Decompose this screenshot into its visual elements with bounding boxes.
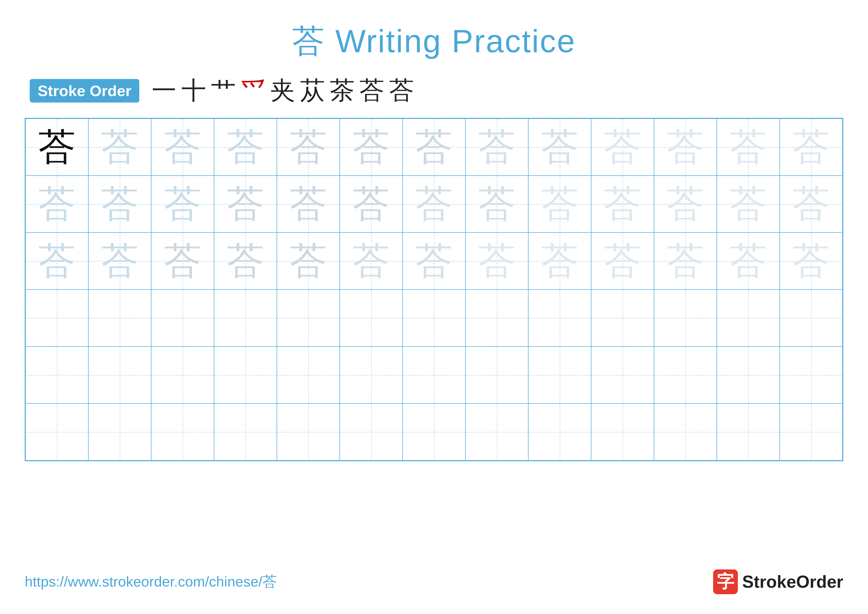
char-light: 荅	[290, 127, 327, 168]
grid-row-4	[25, 289, 843, 347]
grid-cell-empty	[25, 347, 88, 404]
page: 荅 Writing Practice Stroke Order 一 十 艹 爫 …	[0, 0, 868, 614]
grid-cell-empty	[277, 289, 340, 347]
grid-cell-empty	[151, 347, 214, 404]
footer-brand: 字 StrokeOrder	[713, 569, 843, 594]
stroke-4: 爫	[241, 78, 265, 103]
grid-cell-empty	[528, 347, 591, 404]
grid-cell: 荅	[591, 176, 654, 233]
char-light: 荅	[101, 241, 138, 281]
char-light: 荅	[604, 127, 641, 168]
grid-cell-empty	[88, 404, 151, 460]
char-light: 荅	[730, 183, 767, 225]
grid-cell-empty	[25, 404, 88, 460]
char-light: 荅	[478, 127, 515, 168]
grid-cell: 荅	[780, 233, 843, 289]
char-light: 荅	[730, 127, 767, 168]
grid-cell-empty	[591, 347, 654, 404]
grid-cell: 荅	[403, 119, 465, 176]
grid-cell-empty	[88, 289, 151, 347]
char-light: 荅	[478, 241, 515, 281]
grid-cell: 荅	[780, 176, 843, 233]
grid-cell-empty	[654, 404, 717, 460]
grid-cell-empty	[340, 404, 403, 460]
stroke-3: 艹	[211, 78, 236, 103]
stroke-order-badge: Stroke Order	[30, 79, 139, 103]
grid-cell-empty	[340, 347, 403, 404]
grid-cell: 荅	[465, 119, 528, 176]
grid-cell-empty	[780, 347, 843, 404]
title-chinese-char: 荅	[292, 23, 326, 59]
char-light: 荅	[415, 183, 453, 225]
grid-cell-empty	[654, 347, 717, 404]
stroke-2: 十	[181, 78, 206, 103]
char-light: 荅	[541, 183, 578, 225]
grid-cell: 荅	[151, 119, 214, 176]
char-dark: 荅	[38, 127, 76, 168]
char-light: 荅	[792, 183, 830, 225]
footer-url[interactable]: https://www.strokeorder.com/chinese/荅	[25, 572, 277, 591]
grid-cell: 荅	[780, 119, 843, 176]
grid-cell: 荅	[151, 233, 214, 289]
char-light: 荅	[415, 241, 453, 281]
grid-cell-empty	[717, 347, 780, 404]
char-light: 荅	[541, 241, 578, 281]
grid-cell: 荅	[717, 119, 780, 176]
grid-cell-empty	[591, 404, 654, 460]
grid-cell: 荅	[591, 119, 654, 176]
char-light: 荅	[101, 183, 138, 225]
grid-cell-empty	[654, 289, 717, 347]
char-light: 荅	[101, 127, 138, 168]
grid-cell: 荅	[25, 176, 88, 233]
stroke-9: 荅	[389, 78, 414, 103]
grid-cell-empty	[214, 347, 277, 404]
grid-cell: 荅	[340, 176, 403, 233]
grid-cell: 荅	[340, 119, 403, 176]
char-light: 荅	[730, 241, 767, 281]
grid-cell: 荅	[214, 119, 277, 176]
char-light: 荅	[667, 183, 704, 225]
grid-cell: 荅	[25, 119, 88, 176]
grid-cell: 荅	[151, 176, 214, 233]
grid-cell-empty	[214, 289, 277, 347]
char-light: 荅	[353, 241, 390, 281]
grid-cell-empty	[151, 404, 214, 460]
footer: https://www.strokeorder.com/chinese/荅 字 …	[25, 569, 843, 594]
grid-cell: 荅	[214, 176, 277, 233]
title-text: Writing Practice	[335, 23, 576, 59]
grid-cell-empty	[465, 289, 528, 347]
grid-row-5	[25, 347, 843, 404]
grid-row-3: 荅 荅 荅 荅 荅 荅 荅 荅 荅 荅 荅 荅 荅	[25, 233, 843, 289]
grid-cell: 荅	[88, 233, 151, 289]
char-light: 荅	[353, 127, 390, 168]
grid-cell: 荅	[214, 233, 277, 289]
char-light: 荅	[667, 241, 704, 281]
grid-cell-empty	[403, 347, 465, 404]
grid-cell: 荅	[717, 233, 780, 289]
char-light: 荅	[38, 183, 76, 225]
char-light: 荅	[792, 127, 830, 168]
stroke-order-row: Stroke Order 一 十 艹 爫 夹 苁 茶 荅 荅	[25, 78, 843, 103]
grid-cell: 荅	[528, 119, 591, 176]
grid-cell-empty	[277, 347, 340, 404]
grid-table: 荅 荅 荅 荅 荅 荅 荅 荅 荅 荅 荅 荅 荅 荅 荅 荅 荅 荅	[25, 118, 843, 461]
char-light: 荅	[164, 241, 201, 281]
char-light: 荅	[353, 183, 390, 225]
char-light: 荅	[164, 127, 201, 168]
char-light: 荅	[604, 183, 641, 225]
grid-cell: 荅	[465, 233, 528, 289]
grid-cell: 荅	[403, 233, 465, 289]
char-light: 荅	[667, 127, 704, 168]
page-title: 荅 Writing Practice	[292, 20, 576, 64]
practice-grid: 荅 荅 荅 荅 荅 荅 荅 荅 荅 荅 荅 荅 荅 荅 荅 荅 荅 荅	[25, 118, 843, 461]
grid-cell: 荅	[528, 233, 591, 289]
grid-row-1: 荅 荅 荅 荅 荅 荅 荅 荅 荅 荅 荅 荅 荅	[25, 119, 843, 176]
grid-cell: 荅	[654, 176, 717, 233]
stroke-7: 茶	[330, 78, 355, 103]
grid-cell: 荅	[403, 176, 465, 233]
char-light: 荅	[478, 183, 515, 225]
grid-cell-empty	[465, 347, 528, 404]
char-light: 荅	[604, 241, 641, 281]
grid-cell: 荅	[88, 176, 151, 233]
char-light: 荅	[415, 127, 453, 168]
